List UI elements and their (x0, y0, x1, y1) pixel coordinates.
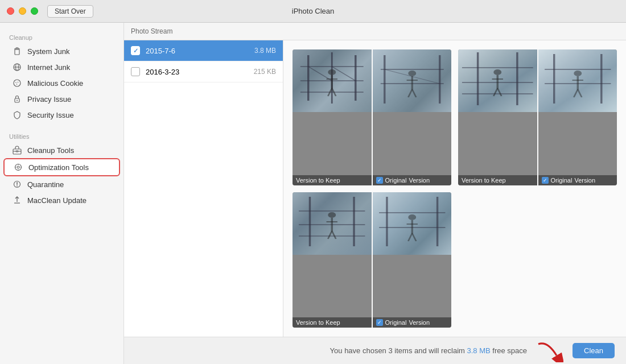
original-label-3: Original (385, 319, 407, 326)
sidebar-security-issue-label: Security Issue (27, 111, 74, 119)
svg-point-8 (14, 80, 20, 86)
file-list: 2015-7-6 3.8 MB 2016-3-23 215 KB (124, 40, 283, 337)
sidebar-optimization-tools-label: Optimization Tools (28, 163, 89, 172)
sidebar-item-macclean-update[interactable]: MacClean Update (3, 192, 120, 208)
svg-point-25 (17, 185, 18, 187)
photo-stream-label: Photo Stream (131, 27, 172, 35)
original-label-1: Original (385, 177, 407, 184)
svg-point-36 (328, 69, 336, 75)
photo-stream-header: Photo Stream (124, 23, 626, 40)
shield-icon (13, 110, 22, 119)
main-layout: Cleanup System Junk (0, 23, 626, 364)
svg-line-49 (408, 89, 412, 97)
photo-label-1a: Version to Keep (293, 175, 372, 185)
svg-point-65 (574, 71, 582, 76)
photo-item-2b: ✓ Original Version (538, 49, 617, 185)
photo-pair-1: Version to Keep (293, 49, 451, 185)
photo-label-2b: ✓ Original Version (538, 175, 617, 185)
title-bar: Start Over iPhoto Clean (0, 0, 626, 23)
photo-item-3a: Version to Keep (293, 192, 372, 328)
bottom-bar-text: You have chosen 3 items and will reclaim… (330, 346, 527, 355)
svg-point-11 (17, 84, 18, 85)
quarantine-icon (13, 180, 22, 189)
cookie-icon (13, 78, 22, 88)
filename-2: 2016-3-23 (146, 68, 248, 76)
photo-label-1b: ✓ Original Version (373, 175, 452, 185)
clean-button[interactable]: Clean (573, 343, 615, 358)
sidebar-quarantine-label: Quarantine (27, 180, 64, 189)
maximize-button[interactable] (31, 7, 38, 15)
sidebar-item-security-issue[interactable]: Security Issue (3, 107, 120, 123)
lock-icon (13, 94, 22, 104)
split-pane: 2015-7-6 3.8 MB 2016-3-23 215 KB (124, 40, 626, 337)
sidebar-cleanup-tools-label: Cleanup Tools (27, 146, 74, 155)
upload-icon (13, 196, 22, 205)
photo-label-3b: ✓ Original Version (373, 317, 452, 328)
filesize-2: 215 KB (254, 68, 276, 76)
svg-point-10 (18, 82, 19, 83)
svg-point-75 (328, 212, 336, 218)
sidebar-item-privacy-issue[interactable]: Privacy Issue (3, 91, 120, 107)
optimization-icon (14, 163, 23, 172)
start-over-button[interactable]: Start Over (47, 5, 93, 18)
svg-line-88 (412, 233, 416, 241)
photo-item-3b: ✓ Original Version (373, 192, 452, 328)
sidebar-item-cleanup-tools[interactable]: Cleanup Tools (3, 142, 120, 158)
sidebar-malicious-cookie-label: Malicious Cookie (27, 79, 83, 88)
minimize-button[interactable] (19, 7, 26, 15)
version-keep-label-2: Version to Keep (462, 177, 506, 184)
sidebar-utilities-label: Utilities (0, 129, 123, 142)
sidebar-system-junk-label: System Junk (27, 47, 69, 56)
text-mid: items and will reclaim (394, 346, 465, 355)
svg-line-78 (328, 231, 332, 239)
filename-1: 2015-7-6 (146, 47, 249, 55)
file-checkbox-2[interactable] (131, 67, 140, 76)
sidebar-cleanup-label: Cleanup (0, 30, 123, 43)
sidebar-macclean-update-label: MacClean Update (27, 196, 87, 205)
filesize-1: 3.8 MB (254, 47, 276, 55)
bottom-bar: You have chosen 3 items and will reclaim… (124, 337, 626, 364)
photo-item-1a: Version to Keep (293, 49, 372, 185)
svg-point-56 (493, 69, 501, 75)
file-list-item[interactable]: 2016-3-23 215 KB (124, 61, 283, 82)
photo-label-3a: Version to Keep (293, 317, 372, 328)
reclaim-size: 3.8 MB (467, 346, 491, 355)
window-title: iPhoto Clean (292, 7, 334, 15)
photo-pair-2: Version to Keep (458, 49, 617, 185)
globe-icon (13, 63, 22, 72)
sidebar-item-system-junk[interactable]: System Junk (3, 43, 120, 59)
file-checkbox-1[interactable] (131, 46, 140, 55)
sidebar-privacy-issue-label: Privacy Issue (27, 95, 71, 104)
text-prefix: You have chosen (330, 346, 386, 355)
item-count: 3 (388, 346, 392, 355)
traffic-lights (7, 7, 38, 15)
sidebar: Cleanup System Junk (0, 23, 124, 364)
svg-rect-0 (15, 49, 19, 55)
file-list-item[interactable]: 2015-7-6 3.8 MB (124, 40, 283, 61)
sidebar-item-internet-junk[interactable]: Internet Junk (3, 59, 120, 75)
version-keep-label-3: Version to Keep (296, 319, 340, 326)
sidebar-item-malicious-cookie[interactable]: Malicious Cookie (3, 75, 120, 91)
svg-line-87 (408, 233, 412, 241)
original-check-3: ✓ (376, 319, 383, 326)
svg-point-84 (408, 214, 416, 220)
version-label-2: Version (574, 177, 595, 184)
close-button[interactable] (7, 7, 14, 15)
text-suffix: free space (492, 346, 527, 355)
original-label-2: Original (551, 177, 573, 184)
sidebar-item-optimization-tools[interactable]: Optimization Tools (3, 158, 120, 176)
svg-point-13 (17, 100, 18, 101)
arrow-svg (536, 340, 563, 362)
original-check-2: ✓ (542, 177, 549, 184)
trash-icon (13, 47, 22, 56)
svg-point-18 (17, 166, 19, 168)
svg-point-9 (15, 82, 17, 83)
sidebar-item-quarantine[interactable]: Quarantine (3, 176, 120, 192)
version-label-1: Version (409, 177, 430, 184)
svg-line-79 (332, 231, 336, 239)
original-check-1: ✓ (376, 177, 383, 184)
svg-line-68 (574, 89, 578, 97)
svg-point-17 (15, 164, 22, 171)
content-area: Photo Stream 2015-7-6 3.8 MB 2016-3-23 2… (124, 23, 626, 364)
svg-line-59 (493, 88, 497, 96)
